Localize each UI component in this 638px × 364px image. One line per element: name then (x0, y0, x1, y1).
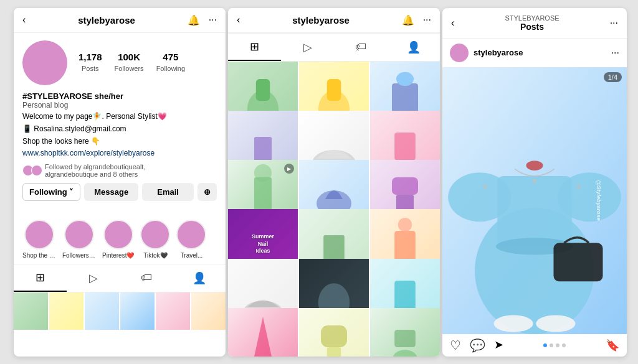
profile-name: #STYLEBYAROSE she/her (22, 91, 217, 101)
screen2-tab-bar: ⊞ ▷ 🏷 👤 (228, 33, 440, 62)
screen3: ‹ STYLEBYAROSE Posts ··· stylebyarose ··… (442, 8, 627, 357)
story-4[interactable]: Tiktok🖤 (140, 220, 170, 259)
video-icon: ▷ (89, 271, 98, 285)
screen1-back-button[interactable]: ‹ (22, 14, 26, 26)
svg-point-23 (393, 350, 417, 356)
screen2-username: stylebyarose (292, 15, 350, 26)
followed-text-2: algrandeboutique and 8 others (45, 170, 145, 178)
grid-item-16[interactable] (228, 308, 298, 356)
profile-category: Personal blog (22, 101, 217, 110)
mini-cell-1 (14, 292, 48, 330)
svg-point-32 (494, 315, 533, 332)
screen1-action-buttons: Following ˅ Message Email ⊕ (22, 183, 217, 201)
post-dots (543, 343, 566, 347)
screen1: ‹ stylebyarose 🔔 ··· 1,178 Posts 100K Fo… (14, 8, 226, 357)
screen2-tab-grid[interactable]: ⊞ (228, 34, 281, 61)
screen2-more-button[interactable]: ··· (423, 14, 431, 26)
message-button[interactable]: Message (84, 183, 138, 201)
dot-1 (543, 343, 547, 347)
story-1[interactable]: Shop the lo... (22, 220, 56, 259)
post-more-button[interactable]: ··· (611, 47, 619, 58)
screen2-tab-tagged[interactable]: 🏷 (334, 34, 387, 61)
share-button[interactable]: ➤ (494, 338, 503, 353)
screen3-title-block: STYLEBYAROSE Posts (505, 14, 559, 32)
svg-rect-1 (256, 79, 270, 101)
svg-rect-15 (394, 231, 416, 261)
svg-rect-12 (392, 177, 418, 195)
story-label-4: Tiktok🖤 (143, 252, 167, 259)
story-2[interactable]: Followers 1... (62, 220, 96, 259)
bio-line1: Welcome to my page🧚. Personal Stylist💗 (22, 111, 217, 122)
screen2-tag-icon: 🏷 (355, 40, 366, 54)
followed-by-text: Followed by algrandeboutiquealt, algrand… (45, 163, 145, 178)
post-left-actions: ♡ 💬 ➤ (450, 338, 503, 353)
stat-following[interactable]: 475 Following (156, 52, 185, 73)
mini-cell-4 (120, 292, 155, 330)
screen2-profile-icon: 👤 (407, 40, 421, 54)
svg-rect-8 (394, 133, 416, 161)
tab-profile[interactable]: 👤 (173, 264, 226, 292)
story-3[interactable]: Pinterest❤️ (102, 220, 134, 259)
story-5[interactable]: Travel... (176, 220, 206, 259)
posts-count: 1,178 (79, 52, 102, 62)
mini-cell-6 (191, 292, 226, 330)
screen1-stats: 1,178 Posts 100K Followers 475 Following (79, 52, 185, 73)
screen2-tab-video[interactable]: ▷ (281, 34, 334, 61)
screen2-video-icon: ▷ (303, 40, 312, 54)
screen3-header: ‹ STYLEBYAROSE Posts ··· (442, 8, 627, 39)
screen1-bell-button[interactable]: 🔔 (188, 14, 200, 26)
add-person-button[interactable]: ⊕ (198, 183, 217, 201)
svg-point-5 (396, 72, 414, 85)
screen3-header-top: ‹ STYLEBYAROSE Posts ··· (451, 14, 618, 32)
svg-point-30 (533, 179, 537, 183)
grid-item-18[interactable] (370, 308, 440, 356)
post-username: stylebyarose (474, 48, 523, 57)
screen2-grid-icon: ⊞ (250, 40, 259, 54)
svg-point-16 (398, 218, 412, 231)
following-button-label: Following ˅ (29, 187, 74, 197)
screen1-header: ‹ stylebyarose 🔔 ··· (14, 8, 226, 33)
story-label-1: Shop the lo... (22, 252, 56, 259)
story-label-2: Followers 1... (62, 252, 96, 259)
tab-tagged[interactable]: 🏷 (120, 264, 173, 292)
posts-label: Posts (82, 65, 99, 72)
comment-button[interactable]: 💬 (470, 338, 485, 353)
grid-item-17[interactable] (299, 308, 369, 356)
following-button[interactable]: Following ˅ (22, 183, 80, 201)
post-counter: 1/4 (604, 72, 622, 82)
screen3-page-label: Posts (505, 22, 559, 32)
screen2: ‹ stylebyarose 🔔 ··· ⊞ ▷ 🏷 👤 (228, 8, 440, 357)
svg-rect-22 (394, 330, 416, 347)
svg-rect-3 (327, 79, 341, 101)
screen3-more-button[interactable]: ··· (610, 17, 618, 29)
bio-line2: 📱 Rosalina.styled@gmail.com (22, 123, 217, 134)
screen2-header: ‹ stylebyarose 🔔 ··· (228, 8, 440, 33)
stat-followers[interactable]: 100K Followers (115, 52, 144, 73)
like-button[interactable]: ♡ (450, 338, 461, 353)
svg-text:✦: ✦ (481, 181, 489, 192)
save-button[interactable]: 🔖 (606, 338, 619, 352)
post-header: stylebyarose ··· (442, 39, 627, 67)
grid-icon: ⊞ (36, 271, 45, 284)
screenshots-container: ‹ stylebyarose 🔔 ··· 1,178 Posts 100K Fo… (14, 8, 624, 357)
screen2-header-icons: 🔔 ··· (402, 14, 431, 26)
story-label-5: Travel... (181, 252, 203, 259)
email-button[interactable]: Email (142, 183, 194, 201)
profile-link[interactable]: www.shopltkk.com/explore/stylebyarose (22, 149, 155, 157)
tab-grid[interactable]: ⊞ (14, 264, 67, 292)
svg-point-10 (254, 164, 272, 182)
screen2-tab-profile[interactable]: 👤 (387, 34, 440, 61)
screen2-bell-button[interactable]: 🔔 (402, 14, 414, 26)
tab-video[interactable]: ▷ (67, 264, 120, 292)
dot-3 (556, 343, 559, 347)
following-count: 475 (156, 52, 185, 62)
stat-posts[interactable]: 1,178 Posts (79, 52, 102, 73)
followers-count: 100K (115, 52, 144, 62)
screen1-more-button[interactable]: ··· (209, 14, 217, 26)
screen2-back-button[interactable]: ‹ (237, 14, 240, 26)
screen1-stories: Shop the lo... Followers 1... Pinterest❤… (14, 215, 226, 264)
screen3-back-button[interactable]: ‹ (451, 17, 454, 29)
svg-point-33 (536, 315, 575, 332)
profile-icon: 👤 (193, 271, 206, 285)
svg-rect-20 (321, 325, 347, 347)
